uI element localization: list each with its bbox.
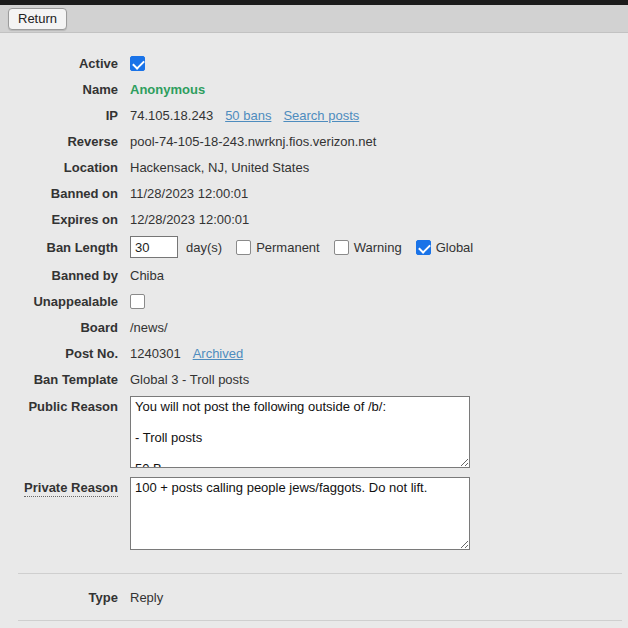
private-reason-textarea[interactable] [130, 477, 470, 550]
row-banned-by: Banned by Chiba [0, 262, 628, 288]
name-label: Name [0, 82, 118, 97]
ban-length-unit: day(s) [186, 240, 222, 255]
row-public-reason: Public Reason [0, 396, 628, 468]
unappealable-label: Unappealable [0, 294, 118, 309]
archived-link[interactable]: Archived [193, 346, 244, 361]
row-expires-on: Expires on 12/28/2023 12:00:01 [0, 206, 628, 232]
public-reason-label: Public Reason [0, 399, 118, 414]
ban-length-label: Ban Length [0, 240, 118, 255]
ban-detail-page: Return Active Name Anonymous IP 74.105.1… [0, 0, 628, 628]
row-private-reason: Private Reason [0, 477, 628, 550]
banned-on-value: 11/28/2023 12:00:01 [130, 186, 248, 201]
row-ban-template: Ban Template Global 3 - Troll posts [0, 366, 628, 392]
spacer [0, 559, 628, 573]
ip-value: 74.105.18.243 [130, 108, 213, 123]
permanent-checkbox-group: Permanent [236, 240, 320, 255]
global-checkbox[interactable] [416, 240, 431, 255]
active-label: Active [0, 56, 118, 71]
ban-template-value: Global 3 - Troll posts [130, 372, 249, 387]
expires-on-label: Expires on [0, 212, 118, 227]
reverse-value: pool-74-105-18-243.nwrknj.fios.verizon.n… [130, 134, 376, 149]
location-value: Hackensack, NJ, United States [130, 160, 309, 175]
ban-length-input[interactable] [130, 236, 178, 258]
public-reason-textarea[interactable] [130, 396, 470, 468]
ban-template-label: Ban Template [0, 372, 118, 387]
row-name: Name Anonymous [0, 76, 628, 102]
bans-link[interactable]: 50 bans [225, 108, 271, 123]
name-value: Anonymous [130, 82, 205, 97]
type-value: Reply [130, 590, 163, 605]
banned-on-label: Banned on [0, 186, 118, 201]
warning-label: Warning [354, 240, 402, 255]
warning-checkbox-group: Warning [334, 240, 402, 255]
row-reverse: Reverse pool-74-105-18-243.nwrknj.fios.v… [0, 128, 628, 154]
type-label: Type [0, 590, 118, 605]
location-label: Location [0, 160, 118, 175]
row-location: Location Hackensack, NJ, United States [0, 154, 628, 180]
return-button[interactable]: Return [8, 8, 67, 30]
expires-on-value: 12/28/2023 12:00:01 [130, 212, 249, 227]
row-type: Type Reply [0, 574, 628, 620]
ban-form: Active Name Anonymous IP 74.105.18.243 5… [0, 33, 628, 621]
warning-checkbox[interactable] [334, 240, 349, 255]
private-reason-label-text: Private Reason [24, 480, 118, 497]
permanent-checkbox[interactable] [236, 240, 251, 255]
divider-bottom [18, 620, 622, 621]
row-active: Active [0, 50, 628, 76]
post-no-label: Post No. [0, 346, 118, 361]
global-checkbox-group: Global [416, 240, 474, 255]
banned-by-label: Banned by [0, 268, 118, 283]
row-banned-on: Banned on 11/28/2023 12:00:01 [0, 180, 628, 206]
active-checkbox[interactable] [130, 56, 145, 71]
toolbar: Return [0, 5, 628, 33]
reverse-label: Reverse [0, 134, 118, 149]
private-reason-label: Private Reason [0, 480, 118, 495]
row-ban-length: Ban Length day(s) Permanent Warning Glob… [0, 232, 628, 262]
row-board: Board /news/ [0, 314, 628, 340]
board-label: Board [0, 320, 118, 335]
search-posts-link[interactable]: Search posts [283, 108, 359, 123]
row-unappealable: Unappealable [0, 288, 628, 314]
unappealable-checkbox[interactable] [130, 294, 145, 309]
row-ip: IP 74.105.18.243 50 bans Search posts [0, 102, 628, 128]
banned-by-value: Chiba [130, 268, 164, 283]
board-value: /news/ [130, 320, 168, 335]
post-no-value: 1240301 [130, 346, 181, 361]
ip-label: IP [0, 108, 118, 123]
global-label: Global [436, 240, 474, 255]
row-post-no: Post No. 1240301 Archived [0, 340, 628, 366]
permanent-label: Permanent [256, 240, 320, 255]
